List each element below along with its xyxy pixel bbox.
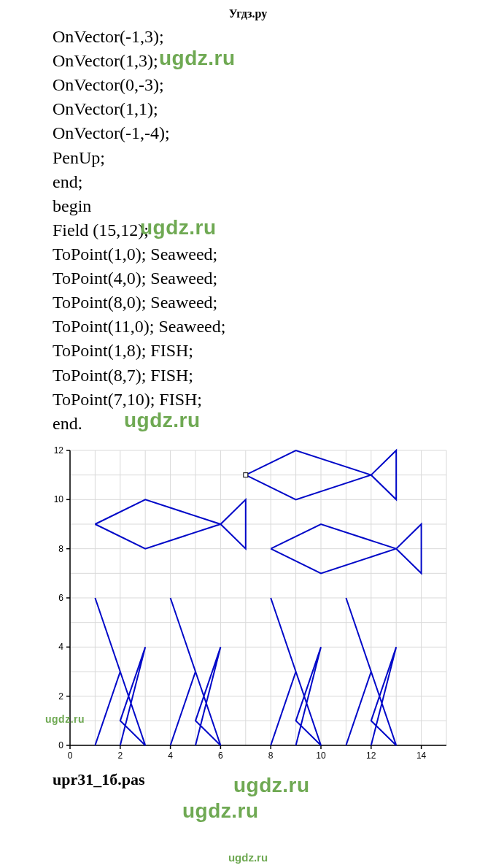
footer-watermark: ugdz.ru — [0, 851, 496, 864]
code-line: ToPoint(4,0); Seaweed; — [53, 266, 496, 291]
svg-rect-62 — [244, 473, 248, 477]
chart-area: 02468101214024681012 — [45, 445, 454, 766]
watermark-6: ugdz.ru — [182, 799, 259, 823]
code-line: ToPoint(8,0); Seaweed; — [53, 291, 496, 315]
svg-text:6: 6 — [218, 750, 223, 761]
svg-text:2: 2 — [117, 750, 123, 761]
svg-text:12: 12 — [54, 445, 64, 456]
svg-text:4: 4 — [58, 642, 63, 652]
svg-text:6: 6 — [58, 593, 63, 603]
svg-text:8: 8 — [268, 750, 274, 761]
code-line: Field (15,12); — [53, 218, 496, 242]
code-line: OnVector(1,3); — [53, 49, 496, 73]
code-line: PenUp; — [53, 146, 496, 170]
svg-text:0: 0 — [58, 740, 63, 750]
code-line: ToPoint(8,7); FISH; — [53, 364, 496, 388]
code-line: ToPoint(11,0); Seaweed; — [53, 315, 496, 339]
svg-text:14: 14 — [416, 750, 427, 761]
svg-text:4: 4 — [168, 750, 173, 761]
code-line: end. — [53, 412, 496, 436]
code-line: OnVector(1,1); — [53, 97, 496, 121]
svg-text:8: 8 — [58, 544, 63, 554]
svg-text:10: 10 — [54, 494, 64, 504]
page-header: Угдз.ру — [0, 0, 496, 25]
code-block: OnVector(-1,3);OnVector(1,3);OnVector(0,… — [0, 25, 496, 436]
code-line: end; — [53, 170, 496, 194]
code-line: OnVector(-1,3); — [53, 25, 496, 49]
code-line: begin — [53, 194, 496, 218]
code-line: OnVector(-1,-4); — [53, 121, 496, 145]
svg-text:2: 2 — [58, 691, 63, 702]
chart-svg: 02468101214024681012 — [45, 445, 454, 766]
svg-text:0: 0 — [68, 750, 73, 761]
filename-label: upr31_1б.pas — [0, 766, 496, 789]
svg-text:12: 12 — [366, 750, 376, 761]
code-line: ToPoint(1,0); Seaweed; — [53, 242, 496, 266]
code-line: OnVector(0,-3); — [53, 73, 496, 97]
svg-text:10: 10 — [316, 750, 326, 761]
code-line: ToPoint(7,10); FISH; — [53, 388, 496, 412]
code-line: ToPoint(1,8); FISH; — [53, 339, 496, 363]
